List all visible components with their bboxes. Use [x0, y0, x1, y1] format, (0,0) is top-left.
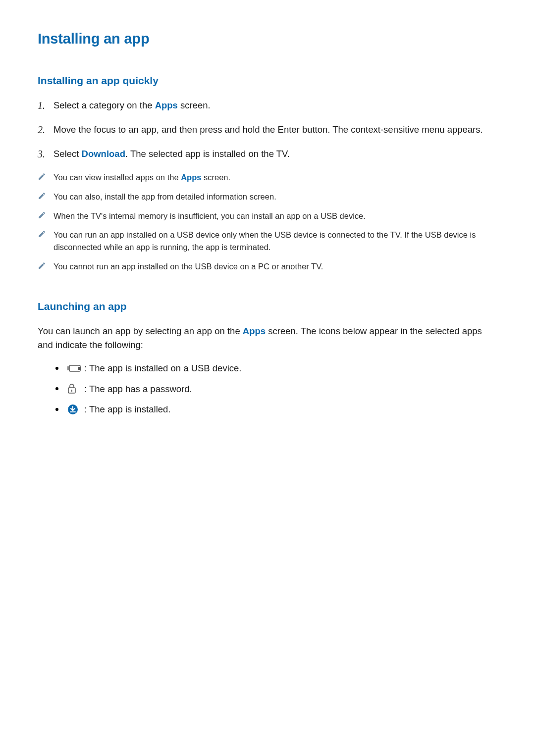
- download-link[interactable]: Download: [82, 149, 125, 159]
- icon-description: : The app is installed.: [84, 403, 171, 416]
- text-run: screen.: [201, 173, 230, 182]
- pencil-icon: [38, 260, 54, 270]
- step-item: 1. Select a category on the Apps screen.: [38, 99, 497, 113]
- notes-list: You can view installed apps on the Apps …: [38, 171, 497, 273]
- text-run: You can launch an app by selecting an ap…: [38, 326, 243, 336]
- icon-list-item: : The app is installed on a USB device.: [55, 361, 497, 375]
- step-text: Select Download. The selected app is ins…: [54, 147, 290, 161]
- section-install-quickly: Installing an app quickly 1. Select a ca…: [38, 75, 497, 273]
- note-text: You can run an app installed on a USB de…: [54, 229, 497, 253]
- apps-link[interactable]: Apps: [181, 173, 201, 182]
- manual-page: Installing an app Installing an app quic…: [0, 0, 535, 443]
- note-text: When the TV's internal memory is insuffi…: [54, 210, 366, 222]
- text-run: . The selected app is installed on the T…: [125, 149, 290, 159]
- pencil-icon: [38, 210, 54, 219]
- step-number: 3.: [38, 147, 54, 161]
- bullet-dot-icon: [55, 387, 58, 390]
- installed-download-icon: [67, 404, 84, 415]
- numbered-steps: 1. Select a category on the Apps screen.…: [38, 99, 497, 161]
- step-item: 3. Select Download. The selected app is …: [38, 147, 497, 161]
- icon-description: : The app is installed on a USB device.: [84, 361, 241, 375]
- intro-paragraph: You can launch an app by selecting an ap…: [38, 324, 497, 353]
- note-item: You can also, install the app from detai…: [38, 191, 497, 203]
- section-heading: Launching an app: [38, 301, 497, 312]
- icon-list-item: : The app has a password.: [55, 382, 497, 396]
- pencil-icon: [38, 171, 54, 181]
- note-text: You cannot run an app installed on the U…: [54, 260, 323, 273]
- lock-icon: [67, 384, 84, 394]
- svg-rect-2: [78, 367, 81, 370]
- step-item: 2. Move the focus to an app, and then pr…: [38, 123, 497, 137]
- note-text: You can view installed apps on the Apps …: [54, 171, 230, 184]
- note-text: You can also, install the app from detai…: [54, 191, 276, 203]
- step-text: Move the focus to an app, and then press…: [54, 123, 483, 137]
- text-run: Select: [54, 149, 82, 159]
- note-item: You can view installed apps on the Apps …: [38, 171, 497, 184]
- pencil-icon: [38, 229, 54, 238]
- bullet-dot-icon: [55, 408, 58, 411]
- apps-link[interactable]: Apps: [155, 100, 178, 110]
- icon-list-item: : The app is installed.: [55, 403, 497, 416]
- text-run: Select a category on the: [54, 100, 155, 110]
- step-text: Select a category on the Apps screen.: [54, 99, 211, 113]
- section-launching: Launching an app You can launch an app b…: [38, 301, 497, 417]
- text-run: You can view installed apps on the: [54, 173, 181, 182]
- step-number: 2.: [38, 123, 54, 137]
- icon-list: : The app is installed on a USB device. …: [38, 361, 497, 416]
- svg-rect-4: [71, 390, 72, 392]
- apps-link[interactable]: Apps: [243, 326, 266, 336]
- usb-device-icon: [67, 364, 84, 372]
- text-run: screen.: [178, 100, 211, 110]
- note-item: When the TV's internal memory is insuffi…: [38, 210, 497, 222]
- step-number: 1.: [38, 99, 54, 113]
- section-heading: Installing an app quickly: [38, 75, 497, 87]
- page-title: Installing an app: [38, 31, 497, 47]
- note-item: You can run an app installed on a USB de…: [38, 229, 497, 253]
- note-item: You cannot run an app installed on the U…: [38, 260, 497, 273]
- icon-description: : The app has a password.: [84, 382, 192, 396]
- bullet-dot-icon: [55, 367, 58, 370]
- pencil-icon: [38, 191, 54, 200]
